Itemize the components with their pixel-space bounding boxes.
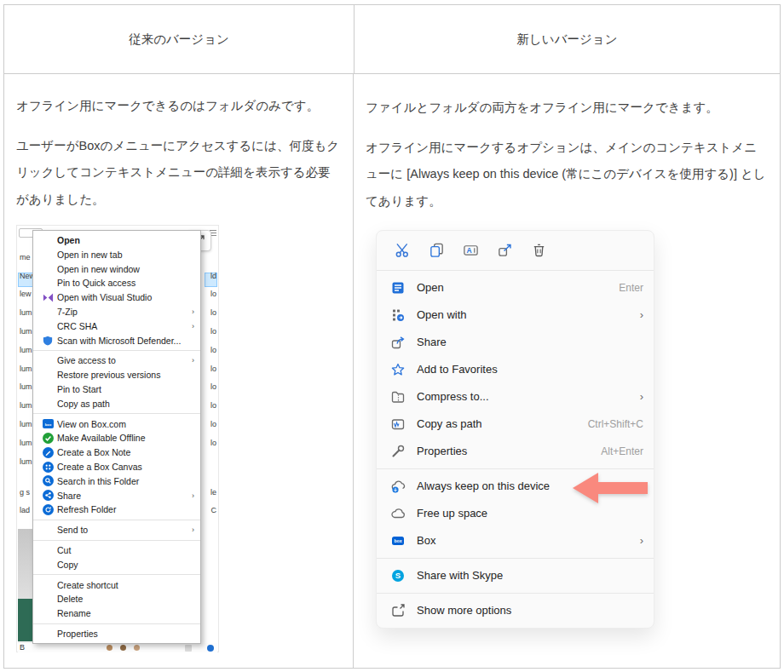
menu-item-pin-to-quick-access[interactable]: Pin to Quick access [33, 276, 200, 290]
shortcut-label: Enter [619, 282, 643, 294]
cloud-sync-icon [390, 479, 406, 494]
menu-item-refresh-folder[interactable]: Refresh Folder [33, 503, 200, 517]
box-search-icon [38, 475, 57, 486]
menu-item-copy[interactable]: Copy [33, 557, 200, 571]
taskbar-text-fragment: B [20, 643, 25, 652]
quick-actions-toolbar: A [377, 231, 654, 271]
zip-folder-icon [390, 389, 406, 405]
menu-item-show-more-options[interactable]: Show more options [377, 597, 654, 624]
menu-item-open-in-new-window[interactable]: Open in new window [33, 261, 200, 276]
explorer-filelist-fragment-right-bottom: le C [210, 484, 216, 521]
svg-text:S: S [395, 571, 401, 580]
comparison-table: 従来のバージョン 新しいバージョン オフライン用にマークできるのはフォルダのみで… [3, 4, 781, 669]
submenu-chevron-icon: › [192, 491, 194, 500]
menu-item-create-box-note[interactable]: Create a Box Note [33, 445, 200, 460]
submenu-chevron-icon: › [192, 356, 194, 365]
explorer-column-header-fragment: me [20, 249, 31, 267]
old-context-menu: Open Open in new tab Open in new window … [32, 230, 201, 645]
menu-item-share-box[interactable]: Share› [33, 488, 200, 503]
skype-icon: S [390, 568, 406, 583]
menu-item-compress-to[interactable]: Compress to... › [377, 383, 654, 411]
menu-item-cut[interactable]: Cut [33, 543, 200, 558]
menu-item-open-in-new-tab[interactable]: Open in new tab [33, 247, 200, 261]
column-header-old-version: 従来のバージョン [4, 5, 355, 73]
copy-path-icon [390, 416, 406, 432]
share-icon[interactable] [496, 242, 513, 259]
show-more-options-icon [390, 603, 406, 618]
svg-text:A: A [466, 246, 471, 255]
avatar [107, 645, 112, 651]
rename-icon[interactable]: A [462, 242, 479, 259]
submenu-chevron-icon: › [192, 307, 194, 316]
menu-item-free-up-space[interactable]: Free up space [377, 500, 654, 527]
menu-item-share[interactable]: Share [377, 329, 654, 356]
box-refresh-icon [38, 504, 57, 515]
menu-item-7zip[interactable]: 7-Zip› [33, 305, 200, 319]
box-canvas-icon [38, 462, 57, 473]
taskbar-icon [185, 645, 192, 652]
open-window-icon [390, 280, 406, 296]
menu-item-make-available-offline[interactable]: Make Available Offline [33, 431, 200, 445]
menu-item-open[interactable]: Open Enter [377, 274, 654, 302]
table-header-row: 従来のバージョン 新しいバージョン [4, 5, 780, 74]
cut-icon[interactable] [394, 242, 411, 259]
shortcut-label: Ctrl+Shift+C [588, 418, 643, 430]
visual-studio-icon [38, 292, 57, 303]
table-body-row: オフライン用にマークできるのはフォルダのみです。 ユーザーがBoxのメニューにア… [4, 74, 780, 668]
menu-item-crc-sha[interactable]: CRC SHA› [33, 319, 200, 333]
menu-item-open-with-visual-studio[interactable]: Open with Visual Studio [33, 290, 200, 305]
submenu-chevron-icon: › [640, 390, 643, 403]
menu-item-copy-as-path[interactable]: Copy as path Ctrl+Shift+C [377, 411, 654, 438]
menu-item-pin-to-start[interactable]: Pin to Start [33, 382, 200, 397]
open-with-icon [390, 307, 406, 323]
menu-item-create-shortcut[interactable]: Create shortcut [33, 577, 200, 592]
menu-item-properties[interactable]: Properties Alt+Enter [377, 438, 654, 465]
menu-item-send-to[interactable]: Send to› [33, 523, 200, 537]
menu-item-properties[interactable]: Properties [33, 627, 200, 641]
shortcut-label: Alt+Enter [601, 445, 643, 457]
submenu-chevron-icon: › [640, 308, 643, 321]
submenu-chevron-icon: › [640, 534, 643, 547]
box-logo-icon: box [38, 419, 57, 428]
menu-item-rename[interactable]: Rename [33, 606, 200, 621]
old-version-screenshot[interactable]: me New lew lum lum lum lum lum lum lum l… [16, 225, 219, 652]
share-arrow-icon [390, 335, 406, 350]
menu-item-view-on-box[interactable]: box View on Box.com [33, 416, 200, 431]
menu-item-scan-with-defender[interactable]: Scan with Microsoft Defender... [33, 333, 200, 347]
box-note-icon [38, 447, 57, 458]
menu-item-share-with-skype[interactable]: S Share with Skype [377, 562, 654, 589]
menu-item-box[interactable]: box Box › [377, 527, 654, 554]
highlight-arrow [573, 473, 648, 503]
star-icon [390, 362, 406, 377]
submenu-chevron-icon: › [192, 322, 194, 330]
old-paragraph-1: オフライン用にマークできるのはフォルダのみです。 [16, 93, 341, 119]
box-logo-icon: box [390, 533, 406, 549]
menu-item-open-with[interactable]: Open with › [377, 302, 654, 329]
avatar [134, 645, 140, 651]
delete-icon[interactable] [530, 242, 547, 259]
wrench-icon [390, 444, 406, 459]
menu-item-copy-as-path[interactable]: Copy as path [33, 396, 200, 411]
new-paragraph-2: オフライン用にマークするオプションは、メインのコンテキストメニューに [Alwa… [366, 135, 766, 215]
menu-item-open[interactable]: Open [33, 233, 200, 248]
svg-text:box: box [44, 422, 51, 427]
menu-item-search-in-folder[interactable]: Search in this Folder [33, 474, 200, 488]
menu-item-create-box-canvas[interactable]: Create a Box Canvas [33, 460, 200, 474]
column-header-new-version: 新しいバージョン [355, 5, 780, 73]
menu-item-give-access-to[interactable]: Give access to› [33, 353, 200, 368]
taskbar-icon [207, 645, 214, 652]
box-share-icon [38, 490, 57, 501]
menu-item-restore-previous-versions[interactable]: Restore previous versions [33, 368, 200, 382]
menu-item-add-to-favorites[interactable]: Add to Favorites [377, 356, 654, 383]
new-context-menu: A Open Enter Open with › [376, 230, 654, 629]
arrow-head [573, 473, 598, 503]
old-paragraph-2: ユーザーがBoxのメニューにアクセスするには、何度もクリックしてコンテキストメニ… [16, 133, 341, 213]
avatar [120, 645, 126, 651]
defender-shield-icon [38, 336, 57, 346]
menu-item-delete[interactable]: Delete [33, 592, 200, 606]
comparison-page: 従来のバージョン 新しいバージョン オフライン用にマークできるのはフォルダのみで… [0, 0, 784, 672]
explorer-filelist-fragment-right: ld lo lo lo lo lo lo lo lo lo [210, 267, 216, 453]
copy-icon[interactable] [428, 242, 445, 259]
cloud-icon [390, 506, 406, 521]
new-paragraph-1: ファイルとフォルダの両方をオフライン用にマークできます。 [366, 95, 766, 121]
